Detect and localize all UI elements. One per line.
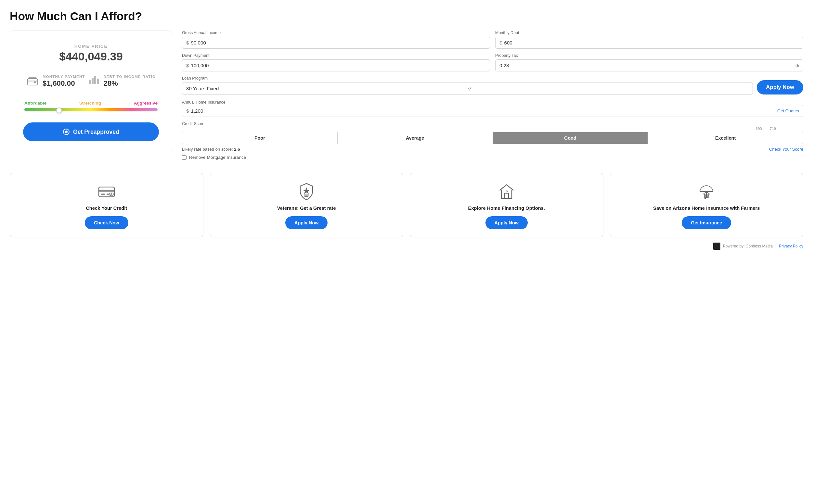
shield-star-icon: [299, 183, 314, 200]
svg-rect-4: [92, 78, 94, 84]
main-layout: HOME PRICE $440,049.39 MONTHLY PAYMENT $…: [10, 31, 803, 163]
slider-label-stretching: Stretching: [79, 101, 101, 106]
income-debt-row: Gross Annual Income $ Monthly Debt $: [182, 31, 803, 49]
bottom-card-credit-title: Check Your Credit: [86, 205, 127, 212]
footer-divider: |: [775, 244, 776, 248]
gross-income-prefix: $: [186, 40, 189, 45]
remove-mortgage-row: Remove Mortgage Insurance: [182, 155, 803, 160]
credit-tab-average[interactable]: Average: [337, 132, 493, 144]
bottom-card-financing: $ Explore Home Financing Options. Apply …: [410, 173, 603, 237]
privacy-policy-link[interactable]: Privacy Policy: [779, 244, 803, 248]
monthly-debt-label: Monthly Debt: [495, 31, 803, 35]
get-quotes-link[interactable]: Get Quotes: [777, 108, 799, 113]
monthly-debt-group: Monthly Debt $: [495, 31, 803, 49]
svg-rect-11: [101, 194, 105, 195]
debt-ratio-label: DEBT TO INCOME RATIO: [103, 75, 156, 79]
affordability-slider-section: Affordable Stretching Aggressive: [23, 101, 159, 113]
svg-text:$: $: [506, 189, 508, 193]
metrics-row: MONTHLY PAYMENT $1,600.00: [23, 75, 159, 89]
property-tax-label: Property Tax: [495, 53, 803, 58]
slider-track[interactable]: [24, 108, 158, 113]
svg-rect-6: [97, 79, 99, 84]
slider-thumb[interactable]: [56, 107, 62, 113]
credit-scale-719: 719: [770, 127, 776, 131]
annual-insurance-label: Annual Home Insurance: [182, 100, 225, 105]
home-dollar-icon: $: [498, 183, 515, 200]
page-title: How Much Can I Afford?: [10, 10, 803, 23]
credit-tabs: Poor Average Good Excellent: [182, 132, 803, 144]
down-payment-label: Down Payment: [182, 53, 490, 58]
credit-tab-poor[interactable]: Poor: [182, 132, 337, 144]
loan-program-row: Loan Program 30 Years Fixed ▽ Apply Now: [182, 76, 803, 95]
credit-card-icon: [98, 183, 115, 200]
svg-rect-12: [107, 194, 109, 195]
svg-rect-3: [89, 80, 91, 84]
svg-rect-5: [94, 76, 96, 84]
left-card: HOME PRICE $440,049.39 MONTHLY PAYMENT $…: [10, 31, 172, 153]
footer-logo: [713, 243, 720, 250]
gross-income-input[interactable]: [191, 40, 486, 45]
monthly-payment-block: MONTHLY PAYMENT $1,600.00: [26, 75, 85, 89]
property-tax-input-wrap[interactable]: %: [495, 59, 803, 71]
svg-rect-2: [34, 82, 36, 83]
monthly-payment-label: MONTHLY PAYMENT: [43, 75, 85, 79]
gross-income-group: Gross Annual Income $: [182, 31, 490, 49]
bottom-cards: Check Your Credit Check Now Veterans: Ge…: [10, 173, 803, 237]
down-payment-prefix: $: [186, 63, 189, 68]
property-tax-input[interactable]: [500, 63, 794, 68]
payment-tax-row: Down Payment $ Property Tax %: [182, 53, 803, 71]
veterans-apply-button[interactable]: Apply Now: [285, 216, 327, 229]
get-preapproved-button[interactable]: Get Preapproved: [23, 122, 159, 141]
down-payment-group: Down Payment $: [182, 53, 490, 71]
credit-tab-good[interactable]: Good: [493, 132, 648, 144]
monthly-debt-input[interactable]: [504, 40, 799, 45]
credit-tab-excellent[interactable]: Excellent: [648, 132, 803, 144]
bottom-card-insurance-title: Save on Arizona Home Insurance with Farm…: [653, 205, 760, 212]
slider-label-aggressive: Aggressive: [134, 101, 158, 106]
bottom-card-veterans: Veterans: Get a Great rate Apply Now: [210, 173, 403, 237]
svg-marker-15: [303, 187, 310, 194]
gross-income-input-wrap[interactable]: $: [182, 37, 490, 49]
bottom-card-insurance: Save on Arizona Home Insurance with Farm…: [610, 173, 804, 237]
home-price-value: $440,049.39: [23, 50, 159, 63]
annual-insurance-input[interactable]: [191, 108, 777, 114]
remove-mortgage-checkbox[interactable]: [182, 155, 186, 160]
svg-rect-10: [99, 190, 114, 192]
credit-rate-value: 2.6: [234, 147, 240, 152]
bottom-card-financing-title: Explore Home Financing Options.: [468, 205, 545, 212]
remove-mortgage-label: Remove Mortgage Insurance: [189, 155, 246, 160]
financing-apply-button[interactable]: Apply Now: [486, 216, 528, 229]
debt-ratio-value: 28%: [103, 79, 156, 88]
loan-program-value: 30 Years Fixed: [186, 86, 468, 91]
check-now-button[interactable]: Check Now: [85, 216, 128, 229]
credit-rate-text: Likely rate based on score: 2.6: [182, 147, 240, 152]
annual-insurance-prefix: $: [186, 108, 189, 114]
home-price-label: HOME PRICE: [23, 44, 159, 49]
credit-scale-690: 690: [756, 127, 762, 131]
check-score-link[interactable]: Check Your Score: [769, 147, 803, 152]
wallet-icon: [26, 75, 39, 89]
apply-now-button[interactable]: Apply Now: [757, 80, 803, 95]
monthly-debt-prefix: $: [500, 40, 502, 45]
monthly-debt-input-wrap[interactable]: $: [495, 37, 803, 49]
chart-icon: [88, 75, 100, 86]
gross-income-label: Gross Annual Income: [182, 31, 490, 35]
loan-program-group: Loan Program 30 Years Fixed ▽: [182, 76, 753, 95]
svg-rect-16: [304, 195, 309, 195]
credit-score-label: Credit Score: [182, 121, 204, 126]
annual-insurance-input-wrap[interactable]: $ Get Quotes: [182, 105, 803, 117]
monthly-payment-value: $1,600.00: [43, 79, 85, 88]
svg-rect-1: [28, 81, 37, 82]
footer-powered-by: Powered by: Cordless Media: [723, 244, 773, 248]
down-payment-input[interactable]: [191, 63, 486, 68]
property-tax-group: Property Tax %: [495, 53, 803, 71]
umbrella-home-icon: [698, 183, 715, 200]
slider-label-affordable: Affordable: [24, 101, 46, 106]
bottom-card-credit: Check Your Credit Check Now: [10, 173, 203, 237]
footer: Powered by: Cordless Media | Privacy Pol…: [10, 243, 803, 250]
insurance-row: Annual Home Insurance $ Get Quotes: [182, 99, 803, 117]
down-payment-input-wrap[interactable]: $: [182, 59, 490, 71]
loan-program-select[interactable]: 30 Years Fixed ▽: [182, 82, 753, 95]
get-insurance-button[interactable]: Get Insurance: [682, 216, 731, 229]
bottom-card-veterans-title: Veterans: Get a Great rate: [277, 205, 336, 212]
